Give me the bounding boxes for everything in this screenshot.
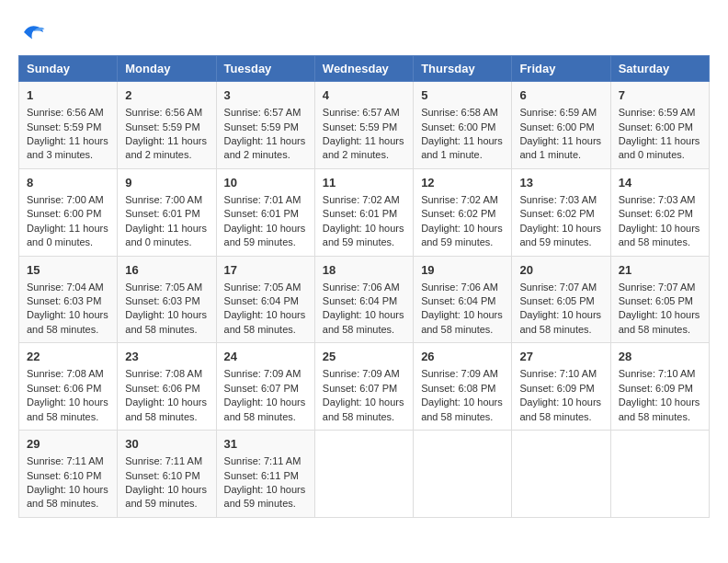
day-number: 17 xyxy=(224,262,307,279)
daylight-text: Daylight: 10 hours and 58 minutes. xyxy=(224,309,306,334)
calendar-day-cell: 19Sunrise: 7:06 AMSunset: 6:04 PMDayligh… xyxy=(414,256,512,343)
daylight-text: Daylight: 11 hours and 2 minutes. xyxy=(224,135,306,160)
weekday-header: Thursday xyxy=(414,56,512,82)
day-number: 15 xyxy=(27,262,109,279)
sunset-text: Sunset: 6:01 PM xyxy=(125,208,199,219)
day-number: 11 xyxy=(323,175,405,191)
daylight-text: Daylight: 10 hours and 59 minutes. xyxy=(421,223,503,247)
weekday-header: Sunday xyxy=(19,56,118,82)
daylight-text: Daylight: 10 hours and 58 minutes. xyxy=(421,309,503,334)
calendar-day-cell xyxy=(414,431,512,518)
daylight-text: Daylight: 11 hours and 0 minutes. xyxy=(125,223,207,247)
sunset-text: Sunset: 5:59 PM xyxy=(224,121,299,132)
daylight-text: Daylight: 10 hours and 58 minutes. xyxy=(619,396,700,421)
sunset-text: Sunset: 6:06 PM xyxy=(125,383,199,394)
day-number: 9 xyxy=(125,175,208,191)
calendar-day-cell: 14Sunrise: 7:03 AMSunset: 6:02 PMDayligh… xyxy=(610,168,709,256)
calendar-day-cell: 6Sunrise: 6:59 AMSunset: 6:00 PMDaylight… xyxy=(512,82,610,169)
calendar-week-row: 29Sunrise: 7:11 AMSunset: 6:10 PMDayligh… xyxy=(19,431,710,518)
daylight-text: Daylight: 10 hours and 58 minutes. xyxy=(619,309,700,334)
weekday-header: Monday xyxy=(118,56,216,82)
sunset-text: Sunset: 6:00 PM xyxy=(421,121,495,132)
daylight-text: Daylight: 10 hours and 59 minutes. xyxy=(224,223,306,247)
sunrise-text: Sunrise: 6:59 AM xyxy=(519,107,597,118)
daylight-text: Daylight: 11 hours and 1 minute. xyxy=(519,135,601,160)
calendar-header-row: SundayMondayTuesdayWednesdayThursdayFrid… xyxy=(19,56,710,82)
calendar-day-cell: 26Sunrise: 7:09 AMSunset: 6:08 PMDayligh… xyxy=(414,343,512,431)
sunrise-text: Sunrise: 7:02 AM xyxy=(421,194,498,205)
daylight-text: Daylight: 11 hours and 3 minutes. xyxy=(27,135,108,160)
day-number: 14 xyxy=(619,175,701,191)
calendar-day-cell: 1Sunrise: 6:56 AMSunset: 5:59 PMDaylight… xyxy=(19,82,118,169)
sunset-text: Sunset: 6:02 PM xyxy=(619,208,693,219)
sunset-text: Sunset: 6:01 PM xyxy=(224,208,299,219)
sunset-text: Sunset: 6:04 PM xyxy=(421,295,495,306)
daylight-text: Daylight: 10 hours and 58 minutes. xyxy=(323,396,404,421)
sunrise-text: Sunrise: 7:08 AM xyxy=(125,368,202,379)
day-number: 26 xyxy=(421,349,504,365)
sunset-text: Sunset: 6:02 PM xyxy=(421,208,495,219)
sunrise-text: Sunrise: 7:03 AM xyxy=(619,194,696,205)
daylight-text: Daylight: 10 hours and 58 minutes. xyxy=(224,396,306,421)
daylight-text: Daylight: 11 hours and 2 minutes. xyxy=(323,135,404,160)
sunrise-text: Sunrise: 6:59 AM xyxy=(619,107,696,118)
sunset-text: Sunset: 6:00 PM xyxy=(519,121,594,132)
calendar-day-cell xyxy=(314,431,413,518)
calendar-day-cell: 5Sunrise: 6:58 AMSunset: 6:00 PMDaylight… xyxy=(414,82,512,169)
sunset-text: Sunset: 6:01 PM xyxy=(323,208,397,219)
day-number: 25 xyxy=(323,349,405,365)
daylight-text: Daylight: 10 hours and 59 minutes. xyxy=(519,223,601,247)
sunrise-text: Sunrise: 7:06 AM xyxy=(421,282,498,293)
sunrise-text: Sunrise: 7:11 AM xyxy=(224,455,301,466)
day-number: 4 xyxy=(323,87,405,104)
day-number: 8 xyxy=(27,175,109,191)
sunrise-text: Sunrise: 7:05 AM xyxy=(125,282,202,293)
sunset-text: Sunset: 6:10 PM xyxy=(125,470,199,481)
sunrise-text: Sunrise: 7:10 AM xyxy=(619,368,696,379)
calendar-day-cell: 13Sunrise: 7:03 AMSunset: 6:02 PMDayligh… xyxy=(512,168,610,256)
day-number: 6 xyxy=(519,87,602,104)
daylight-text: Daylight: 11 hours and 0 minutes. xyxy=(27,223,108,247)
calendar-day-cell: 27Sunrise: 7:10 AMSunset: 6:09 PMDayligh… xyxy=(512,343,610,431)
day-number: 22 xyxy=(27,349,109,365)
sunrise-text: Sunrise: 6:56 AM xyxy=(27,107,104,118)
day-number: 19 xyxy=(421,262,504,279)
sunset-text: Sunset: 6:05 PM xyxy=(519,295,594,306)
daylight-text: Daylight: 10 hours and 59 minutes. xyxy=(224,484,306,509)
sunset-text: Sunset: 6:03 PM xyxy=(125,295,199,306)
sunset-text: Sunset: 6:07 PM xyxy=(323,383,397,394)
daylight-text: Daylight: 11 hours and 0 minutes. xyxy=(619,135,700,160)
calendar-week-row: 8Sunrise: 7:00 AMSunset: 6:00 PMDaylight… xyxy=(19,168,710,256)
calendar-day-cell: 30Sunrise: 7:11 AMSunset: 6:10 PMDayligh… xyxy=(118,431,216,518)
calendar-day-cell: 7Sunrise: 6:59 AMSunset: 6:00 PMDaylight… xyxy=(610,82,709,169)
daylight-text: Daylight: 11 hours and 2 minutes. xyxy=(125,135,207,160)
day-number: 20 xyxy=(519,262,602,279)
calendar-day-cell: 25Sunrise: 7:09 AMSunset: 6:07 PMDayligh… xyxy=(314,343,413,431)
day-number: 10 xyxy=(224,175,307,191)
sunset-text: Sunset: 6:09 PM xyxy=(519,383,594,394)
daylight-text: Daylight: 10 hours and 58 minutes. xyxy=(323,309,404,334)
sunset-text: Sunset: 6:00 PM xyxy=(619,121,693,132)
calendar-day-cell: 22Sunrise: 7:08 AMSunset: 6:06 PMDayligh… xyxy=(19,343,118,431)
sunrise-text: Sunrise: 6:57 AM xyxy=(224,107,301,118)
sunrise-text: Sunrise: 7:00 AM xyxy=(27,194,104,205)
calendar-day-cell: 17Sunrise: 7:05 AMSunset: 6:04 PMDayligh… xyxy=(216,256,314,343)
calendar-day-cell: 20Sunrise: 7:07 AMSunset: 6:05 PMDayligh… xyxy=(512,256,610,343)
sunset-text: Sunset: 5:59 PM xyxy=(323,121,397,132)
daylight-text: Daylight: 10 hours and 58 minutes. xyxy=(27,484,108,509)
calendar-body: 1Sunrise: 6:56 AMSunset: 5:59 PMDaylight… xyxy=(19,82,710,518)
sunset-text: Sunset: 6:00 PM xyxy=(27,208,101,219)
calendar-week-row: 1Sunrise: 6:56 AMSunset: 5:59 PMDaylight… xyxy=(19,82,710,169)
sunrise-text: Sunrise: 7:00 AM xyxy=(125,194,202,205)
calendar-day-cell: 4Sunrise: 6:57 AMSunset: 5:59 PMDaylight… xyxy=(314,82,413,169)
calendar-day-cell: 10Sunrise: 7:01 AMSunset: 6:01 PMDayligh… xyxy=(216,168,314,256)
sunset-text: Sunset: 5:59 PM xyxy=(125,121,199,132)
weekday-header: Saturday xyxy=(610,56,709,82)
day-number: 30 xyxy=(125,436,208,453)
day-number: 29 xyxy=(27,436,109,453)
calendar-day-cell: 23Sunrise: 7:08 AMSunset: 6:06 PMDayligh… xyxy=(118,343,216,431)
sunset-text: Sunset: 5:59 PM xyxy=(27,121,101,132)
daylight-text: Daylight: 10 hours and 58 minutes. xyxy=(519,396,601,421)
calendar-day-cell: 21Sunrise: 7:07 AMSunset: 6:05 PMDayligh… xyxy=(610,256,709,343)
day-number: 21 xyxy=(619,262,701,279)
